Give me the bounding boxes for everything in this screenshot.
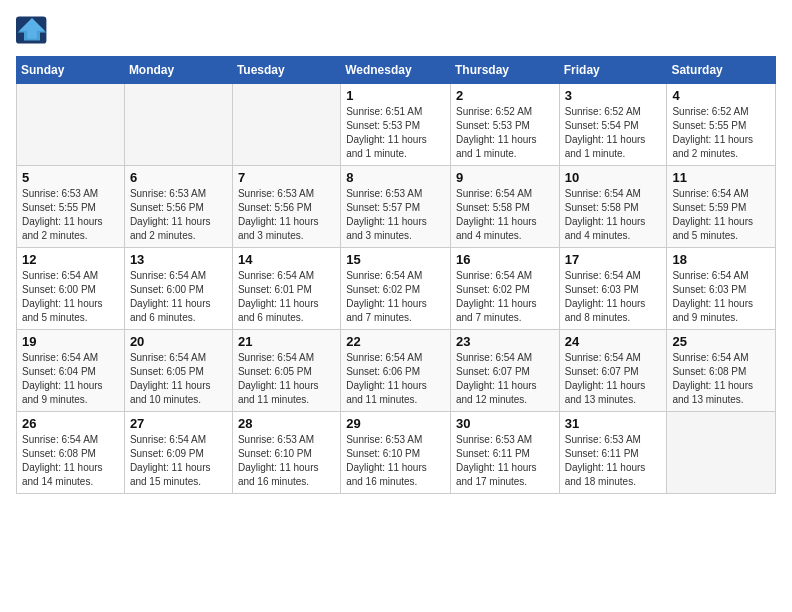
day-number: 20 bbox=[130, 334, 227, 349]
weekday-header-row: SundayMondayTuesdayWednesdayThursdayFrid… bbox=[17, 57, 776, 84]
day-number: 3 bbox=[565, 88, 662, 103]
day-number: 23 bbox=[456, 334, 554, 349]
week-row-2: 5Sunrise: 6:53 AM Sunset: 5:55 PM Daylig… bbox=[17, 166, 776, 248]
day-info: Sunrise: 6:54 AM Sunset: 6:05 PM Dayligh… bbox=[238, 351, 335, 407]
weekday-header-saturday: Saturday bbox=[667, 57, 776, 84]
day-info: Sunrise: 6:53 AM Sunset: 6:11 PM Dayligh… bbox=[565, 433, 662, 489]
calendar-cell bbox=[124, 84, 232, 166]
day-number: 10 bbox=[565, 170, 662, 185]
calendar-cell: 28Sunrise: 6:53 AM Sunset: 6:10 PM Dayli… bbox=[232, 412, 340, 494]
calendar-cell: 13Sunrise: 6:54 AM Sunset: 6:00 PM Dayli… bbox=[124, 248, 232, 330]
calendar-cell: 30Sunrise: 6:53 AM Sunset: 6:11 PM Dayli… bbox=[450, 412, 559, 494]
day-info: Sunrise: 6:53 AM Sunset: 6:11 PM Dayligh… bbox=[456, 433, 554, 489]
calendar-cell: 4Sunrise: 6:52 AM Sunset: 5:55 PM Daylig… bbox=[667, 84, 776, 166]
calendar-cell: 23Sunrise: 6:54 AM Sunset: 6:07 PM Dayli… bbox=[450, 330, 559, 412]
calendar-cell: 25Sunrise: 6:54 AM Sunset: 6:08 PM Dayli… bbox=[667, 330, 776, 412]
calendar-cell: 20Sunrise: 6:54 AM Sunset: 6:05 PM Dayli… bbox=[124, 330, 232, 412]
calendar-cell: 16Sunrise: 6:54 AM Sunset: 6:02 PM Dayli… bbox=[450, 248, 559, 330]
calendar-cell: 3Sunrise: 6:52 AM Sunset: 5:54 PM Daylig… bbox=[559, 84, 667, 166]
day-number: 9 bbox=[456, 170, 554, 185]
weekday-header-thursday: Thursday bbox=[450, 57, 559, 84]
calendar-cell: 9Sunrise: 6:54 AM Sunset: 5:58 PM Daylig… bbox=[450, 166, 559, 248]
day-info: Sunrise: 6:54 AM Sunset: 5:59 PM Dayligh… bbox=[672, 187, 770, 243]
day-number: 11 bbox=[672, 170, 770, 185]
calendar-cell: 8Sunrise: 6:53 AM Sunset: 5:57 PM Daylig… bbox=[341, 166, 451, 248]
calendar-cell: 11Sunrise: 6:54 AM Sunset: 5:59 PM Dayli… bbox=[667, 166, 776, 248]
calendar-cell: 10Sunrise: 6:54 AM Sunset: 5:58 PM Dayli… bbox=[559, 166, 667, 248]
day-info: Sunrise: 6:51 AM Sunset: 5:53 PM Dayligh… bbox=[346, 105, 445, 161]
day-number: 31 bbox=[565, 416, 662, 431]
day-info: Sunrise: 6:54 AM Sunset: 6:01 PM Dayligh… bbox=[238, 269, 335, 325]
day-info: Sunrise: 6:54 AM Sunset: 6:09 PM Dayligh… bbox=[130, 433, 227, 489]
calendar-cell: 29Sunrise: 6:53 AM Sunset: 6:10 PM Dayli… bbox=[341, 412, 451, 494]
day-info: Sunrise: 6:54 AM Sunset: 6:05 PM Dayligh… bbox=[130, 351, 227, 407]
calendar-cell: 24Sunrise: 6:54 AM Sunset: 6:07 PM Dayli… bbox=[559, 330, 667, 412]
calendar-cell: 2Sunrise: 6:52 AM Sunset: 5:53 PM Daylig… bbox=[450, 84, 559, 166]
day-number: 16 bbox=[456, 252, 554, 267]
day-number: 17 bbox=[565, 252, 662, 267]
calendar-cell: 12Sunrise: 6:54 AM Sunset: 6:00 PM Dayli… bbox=[17, 248, 125, 330]
calendar-cell: 1Sunrise: 6:51 AM Sunset: 5:53 PM Daylig… bbox=[341, 84, 451, 166]
day-number: 18 bbox=[672, 252, 770, 267]
day-info: Sunrise: 6:52 AM Sunset: 5:53 PM Dayligh… bbox=[456, 105, 554, 161]
day-info: Sunrise: 6:54 AM Sunset: 6:02 PM Dayligh… bbox=[346, 269, 445, 325]
calendar-cell: 19Sunrise: 6:54 AM Sunset: 6:04 PM Dayli… bbox=[17, 330, 125, 412]
calendar-table: SundayMondayTuesdayWednesdayThursdayFrid… bbox=[16, 56, 776, 494]
day-number: 29 bbox=[346, 416, 445, 431]
day-info: Sunrise: 6:54 AM Sunset: 6:08 PM Dayligh… bbox=[22, 433, 119, 489]
day-number: 7 bbox=[238, 170, 335, 185]
weekday-header-sunday: Sunday bbox=[17, 57, 125, 84]
day-number: 2 bbox=[456, 88, 554, 103]
day-number: 5 bbox=[22, 170, 119, 185]
day-info: Sunrise: 6:54 AM Sunset: 6:06 PM Dayligh… bbox=[346, 351, 445, 407]
day-number: 25 bbox=[672, 334, 770, 349]
calendar-cell: 7Sunrise: 6:53 AM Sunset: 5:56 PM Daylig… bbox=[232, 166, 340, 248]
day-info: Sunrise: 6:53 AM Sunset: 6:10 PM Dayligh… bbox=[346, 433, 445, 489]
day-number: 8 bbox=[346, 170, 445, 185]
day-number: 15 bbox=[346, 252, 445, 267]
day-number: 4 bbox=[672, 88, 770, 103]
day-number: 13 bbox=[130, 252, 227, 267]
day-info: Sunrise: 6:54 AM Sunset: 5:58 PM Dayligh… bbox=[456, 187, 554, 243]
week-row-4: 19Sunrise: 6:54 AM Sunset: 6:04 PM Dayli… bbox=[17, 330, 776, 412]
day-number: 26 bbox=[22, 416, 119, 431]
day-number: 24 bbox=[565, 334, 662, 349]
calendar-cell: 26Sunrise: 6:54 AM Sunset: 6:08 PM Dayli… bbox=[17, 412, 125, 494]
day-number: 30 bbox=[456, 416, 554, 431]
day-info: Sunrise: 6:54 AM Sunset: 6:07 PM Dayligh… bbox=[565, 351, 662, 407]
day-number: 14 bbox=[238, 252, 335, 267]
calendar-cell: 22Sunrise: 6:54 AM Sunset: 6:06 PM Dayli… bbox=[341, 330, 451, 412]
calendar-cell: 15Sunrise: 6:54 AM Sunset: 6:02 PM Dayli… bbox=[341, 248, 451, 330]
logo bbox=[16, 16, 52, 44]
week-row-3: 12Sunrise: 6:54 AM Sunset: 6:00 PM Dayli… bbox=[17, 248, 776, 330]
day-number: 1 bbox=[346, 88, 445, 103]
calendar-cell bbox=[17, 84, 125, 166]
day-number: 27 bbox=[130, 416, 227, 431]
day-info: Sunrise: 6:54 AM Sunset: 6:08 PM Dayligh… bbox=[672, 351, 770, 407]
day-info: Sunrise: 6:53 AM Sunset: 5:57 PM Dayligh… bbox=[346, 187, 445, 243]
day-number: 19 bbox=[22, 334, 119, 349]
calendar-cell: 21Sunrise: 6:54 AM Sunset: 6:05 PM Dayli… bbox=[232, 330, 340, 412]
day-info: Sunrise: 6:52 AM Sunset: 5:54 PM Dayligh… bbox=[565, 105, 662, 161]
weekday-header-friday: Friday bbox=[559, 57, 667, 84]
day-info: Sunrise: 6:54 AM Sunset: 6:04 PM Dayligh… bbox=[22, 351, 119, 407]
weekday-header-tuesday: Tuesday bbox=[232, 57, 340, 84]
calendar-cell bbox=[667, 412, 776, 494]
day-info: Sunrise: 6:52 AM Sunset: 5:55 PM Dayligh… bbox=[672, 105, 770, 161]
week-row-1: 1Sunrise: 6:51 AM Sunset: 5:53 PM Daylig… bbox=[17, 84, 776, 166]
weekday-header-wednesday: Wednesday bbox=[341, 57, 451, 84]
calendar-cell bbox=[232, 84, 340, 166]
day-info: Sunrise: 6:54 AM Sunset: 6:00 PM Dayligh… bbox=[130, 269, 227, 325]
day-info: Sunrise: 6:53 AM Sunset: 5:56 PM Dayligh… bbox=[130, 187, 227, 243]
day-number: 6 bbox=[130, 170, 227, 185]
page-header bbox=[16, 16, 776, 44]
calendar-cell: 17Sunrise: 6:54 AM Sunset: 6:03 PM Dayli… bbox=[559, 248, 667, 330]
day-info: Sunrise: 6:54 AM Sunset: 6:00 PM Dayligh… bbox=[22, 269, 119, 325]
day-info: Sunrise: 6:54 AM Sunset: 6:03 PM Dayligh… bbox=[672, 269, 770, 325]
day-number: 22 bbox=[346, 334, 445, 349]
calendar-cell: 6Sunrise: 6:53 AM Sunset: 5:56 PM Daylig… bbox=[124, 166, 232, 248]
day-number: 28 bbox=[238, 416, 335, 431]
logo-icon bbox=[16, 16, 48, 44]
day-info: Sunrise: 6:54 AM Sunset: 6:03 PM Dayligh… bbox=[565, 269, 662, 325]
day-info: Sunrise: 6:53 AM Sunset: 6:10 PM Dayligh… bbox=[238, 433, 335, 489]
